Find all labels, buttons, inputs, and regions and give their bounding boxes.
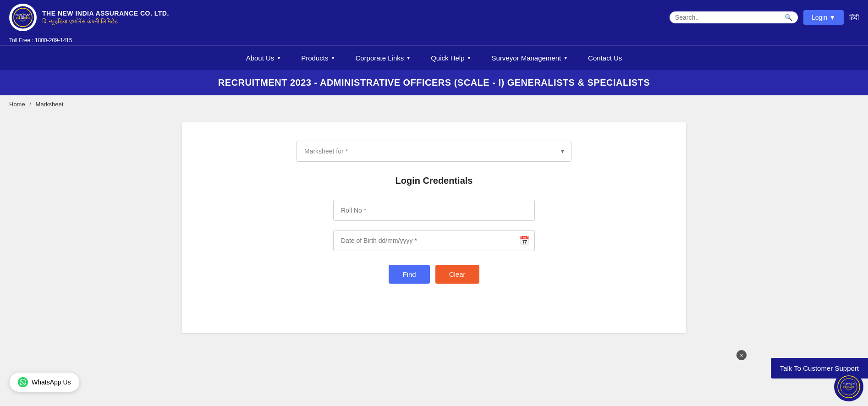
marksheet-select-wrapper: Marksheet for * — [200, 141, 668, 162]
support-label: Talk To Customer Support — [780, 364, 859, 372]
toll-free-bar: Toll Free : 1800-209-1415 — [0, 35, 868, 45]
whatsapp-icon — [18, 377, 28, 387]
support-close-button[interactable]: × — [736, 350, 747, 360]
marksheet-select-container: Marksheet for * — [297, 141, 571, 162]
find-button[interactable]: Find — [389, 265, 429, 284]
header-left: NEW INDIA ASSURANCE 🏛 THE NEW INDIA ASSU… — [9, 4, 169, 31]
nav-item-products[interactable]: Products ▼ — [291, 46, 345, 70]
chevron-down-icon: ▼ — [276, 55, 281, 60]
whatsapp-button[interactable]: WhatsApp Us — [9, 372, 80, 392]
whatsapp-label: WhatsApp Us — [32, 379, 71, 386]
svg-text:ASSURANCE: ASSURANCE — [843, 386, 855, 388]
breadcrumb-separator: / — [29, 101, 31, 108]
login-credentials-title: Login Credentials — [200, 176, 668, 186]
nav-item-corporate-links[interactable]: Corporate Links ▼ — [345, 46, 421, 70]
fields-wrapper: 📅 — [200, 200, 668, 251]
clear-button[interactable]: Clear — [435, 265, 479, 284]
header: NEW INDIA ASSURANCE 🏛 THE NEW INDIA ASSU… — [0, 0, 868, 35]
search-bar[interactable]: 🔍 — [670, 11, 798, 23]
banner-text: RECRUITMENT 2023 - ADMINISTRATIVE OFFICE… — [218, 77, 650, 88]
login-button[interactable]: Login ▼ — [803, 10, 844, 25]
company-logo: NEW INDIA ASSURANCE 🏛 — [9, 4, 37, 31]
header-right: 🔍 Login ▼ हिंदी — [670, 10, 859, 25]
chevron-down-icon: ▼ — [406, 55, 411, 60]
chevron-down-icon: ▼ — [563, 55, 568, 60]
chevron-down-icon: ▼ — [467, 55, 472, 60]
breadcrumb-home[interactable]: Home — [9, 101, 25, 108]
dob-wrapper: 📅 — [333, 230, 535, 251]
toll-free-text: Toll Free : 1800-209-1415 — [9, 37, 72, 44]
nav-item-contact-us[interactable]: Contact Us — [578, 46, 632, 70]
org-name-hindi: दि न्यू इंडिया एश्योरेंस कंपनी लिमिटेड — [42, 18, 169, 25]
org-name-eng: THE NEW INDIA ASSURANCE CO. LTD. — [42, 10, 169, 17]
header-title: THE NEW INDIA ASSURANCE CO. LTD. दि न्यू… — [42, 10, 169, 25]
search-icon: 🔍 — [785, 14, 792, 21]
svg-text:🏛: 🏛 — [21, 15, 25, 20]
chevron-down-icon: ▼ — [829, 14, 835, 21]
search-input[interactable] — [675, 14, 785, 21]
page-banner: RECRUITMENT 2023 - ADMINISTRATIVE OFFICE… — [0, 70, 868, 95]
roll-no-input[interactable] — [333, 200, 535, 221]
form-card: Marksheet for * Login Credentials 📅 Find… — [182, 122, 686, 333]
chevron-down-icon: ▼ — [330, 55, 335, 60]
main-content: Marksheet for * Login Credentials 📅 Find… — [0, 113, 868, 342]
hindi-language-button[interactable]: हिंदी — [849, 13, 859, 22]
nav-item-about-us[interactable]: About Us ▼ — [236, 46, 291, 70]
dob-input[interactable] — [333, 230, 535, 251]
nav-item-surveyor-management[interactable]: Surveyor Management ▼ — [481, 46, 578, 70]
form-buttons: Find Clear — [200, 265, 668, 284]
nav-item-quick-help[interactable]: Quick Help ▼ — [421, 46, 481, 70]
breadcrumb-current: Marksheet — [36, 101, 64, 108]
marksheet-select[interactable]: Marksheet for * — [297, 141, 571, 162]
emblem-circle[interactable]: NEW INDIA ASSURANCE — [834, 372, 863, 401]
main-nav: About Us ▼ Products ▼ Corporate Links ▼ … — [0, 45, 868, 70]
breadcrumb: Home / Marksheet — [0, 95, 868, 113]
